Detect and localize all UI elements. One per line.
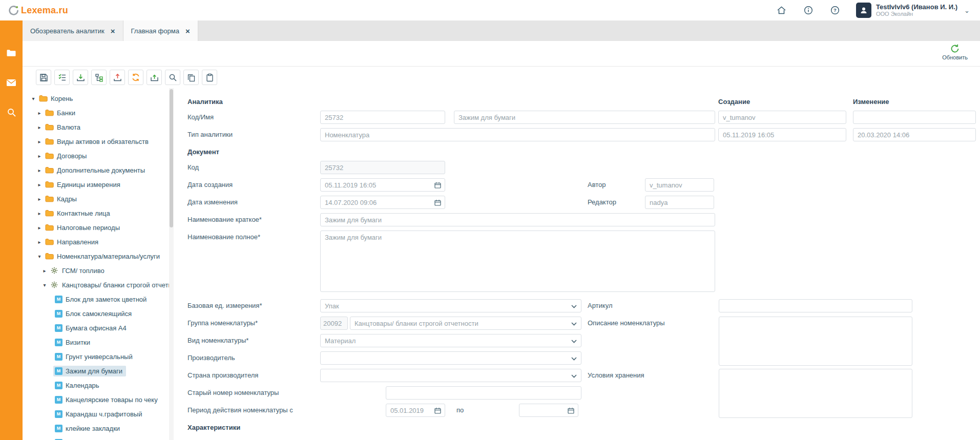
tree-item[interactable]: ▸Направления — [23, 235, 174, 249]
modification-date-input[interactable] — [853, 128, 976, 141]
tree-scrollbar[interactable] — [169, 88, 174, 440]
tree-item[interactable]: ▾Номенклатура/материалы/услуги — [23, 249, 174, 263]
copy-button[interactable] — [183, 70, 199, 85]
tree-item[interactable]: MКанцелярские товары по чеку — [23, 392, 174, 407]
expand-arrow-icon[interactable]: ▸ — [36, 124, 43, 130]
period-to-input[interactable] — [519, 404, 578, 417]
old-number-input[interactable] — [386, 386, 581, 400]
tree-item-label: Канцелярские товары по чеку — [66, 396, 158, 404]
name-input[interactable] — [454, 111, 715, 124]
full-name-textarea[interactable]: Зажим для бумаги — [320, 231, 715, 292]
creation-date-input[interactable] — [718, 128, 846, 141]
paste-icon — [205, 73, 214, 82]
upload-button[interactable] — [147, 70, 162, 85]
short-name-input[interactable] — [320, 213, 715, 226]
group-code-input[interactable] — [320, 317, 348, 330]
tab-main-form[interactable]: Главная форма × — [123, 20, 198, 41]
expand-arrow-icon[interactable]: ▸ — [36, 167, 43, 173]
logo[interactable]: Lexema.ru — [8, 5, 68, 16]
folder-icon[interactable] — [5, 46, 18, 59]
tree-item[interactable]: MГрунт универсальный — [23, 349, 174, 364]
paste-button[interactable] — [202, 70, 217, 85]
chevron-down-icon[interactable]: ⌄ — [964, 7, 970, 14]
folder-icon — [45, 166, 54, 174]
close-icon[interactable]: × — [185, 27, 190, 35]
select-value: Материал — [325, 337, 356, 345]
kind-select[interactable]: Материал — [320, 334, 581, 347]
calendar-icon[interactable] — [434, 407, 441, 414]
tree-item[interactable]: MВизитки — [23, 335, 174, 349]
tree-item[interactable]: ▸Единицы измерения — [23, 177, 174, 192]
collapse-arrow-icon[interactable]: ▾ — [41, 282, 48, 288]
analytics-type-input[interactable] — [320, 128, 715, 141]
tree-item[interactable]: ▸Кадры — [23, 192, 174, 206]
expand-arrow-icon[interactable]: ▸ — [36, 139, 43, 144]
calendar-icon[interactable] — [568, 407, 574, 414]
tree-item[interactable]: ▾Корень — [23, 91, 174, 106]
creation-user-input[interactable] — [718, 111, 846, 124]
row-date-modified: Дата изменения 14.07.2020 09:06 Редактор — [187, 194, 980, 211]
expand-arrow-icon[interactable]: ▸ — [41, 268, 48, 274]
tree-structure-button[interactable] — [91, 70, 107, 85]
tree-item[interactable]: ▾Канцтовары/ бланки строгой отчетности — [23, 278, 174, 292]
description-textarea[interactable] — [719, 317, 912, 366]
tree-item[interactable]: ▸Виды активов и обязательств — [23, 134, 174, 149]
close-icon[interactable]: × — [111, 27, 115, 35]
tree-item[interactable]: ▸ГСМ/ топливо — [23, 263, 174, 278]
tree-item[interactable]: ▸Валюта — [23, 120, 174, 134]
code-input[interactable] — [320, 111, 445, 124]
expand-arrow-icon[interactable]: ▸ — [36, 239, 43, 245]
user-menu[interactable]: TestIvlvlv6 (Иванов И. И.) ООО Эколайн ⌄ — [856, 3, 970, 18]
save-button[interactable] — [36, 70, 51, 85]
collapse-arrow-icon[interactable]: ▾ — [36, 254, 43, 259]
expand-arrow-icon[interactable]: ▸ — [36, 211, 43, 216]
tree-item[interactable]: ▸Банки — [23, 106, 174, 120]
import-button[interactable] — [73, 70, 88, 85]
group-select[interactable]: Канцтовары/ бланки строгой отчетности — [350, 317, 581, 330]
info-icon[interactable] — [803, 5, 814, 16]
search-icon[interactable] — [5, 106, 18, 119]
manufacturer-select[interactable] — [320, 351, 581, 365]
expand-arrow-icon[interactable]: ▸ — [36, 110, 43, 116]
document-code-input[interactable] — [320, 161, 445, 174]
calendar-icon[interactable] — [434, 182, 441, 188]
search-button[interactable] — [165, 70, 180, 85]
tree-item[interactable]: MКарандаш ч.графитовый — [23, 407, 174, 421]
tree-item[interactable]: MКалендарь — [23, 378, 174, 392]
tree-item[interactable]: MКнижка трудовая — [23, 435, 174, 440]
sync-button[interactable] — [128, 70, 143, 85]
calendar-icon[interactable] — [434, 199, 441, 206]
expand-arrow-icon[interactable]: ▸ — [36, 196, 43, 202]
expand-arrow-icon[interactable]: ▸ — [36, 225, 43, 231]
tab-analytics-browser[interactable]: Обозреватель аналитик × — [23, 20, 123, 41]
date-modified-input[interactable]: 14.07.2020 09:06 — [320, 196, 445, 209]
modification-user-input[interactable] — [853, 111, 976, 124]
tree-item[interactable]: ▸Договоры — [23, 149, 174, 163]
tree-item[interactable]: Mклейкие закладки — [23, 421, 174, 435]
base-unit-select[interactable]: Упак — [320, 299, 581, 312]
country-select[interactable] — [320, 369, 581, 382]
expand-arrow-icon[interactable]: ▸ — [36, 153, 43, 159]
help-icon[interactable]: ? — [829, 5, 841, 16]
tree-item[interactable]: MБумага офисная А4 — [23, 321, 174, 335]
period-from-input[interactable]: 05.01.2019 — [386, 404, 445, 417]
home-icon[interactable] — [776, 5, 787, 16]
tree-item[interactable]: MЗажим для бумаги — [23, 364, 174, 378]
mail-icon[interactable] — [5, 76, 18, 89]
tree-item[interactable]: ▸Контактные лица — [23, 206, 174, 220]
date-created-input[interactable]: 05.11.2019 16:05 — [320, 178, 445, 192]
tree-item[interactable]: MБлок для заметок цветной — [23, 292, 174, 306]
article-input[interactable] — [719, 299, 912, 312]
tree-item[interactable]: ▸Налоговые периоды — [23, 220, 174, 235]
collapse-arrow-icon[interactable]: ▾ — [30, 96, 37, 101]
list-check-button[interactable] — [54, 70, 70, 85]
tree-item[interactable]: MБлок самоклеящийся — [23, 306, 174, 321]
export-button[interactable] — [110, 70, 125, 85]
refresh-button[interactable]: Обновить — [942, 44, 968, 60]
editor-input[interactable] — [645, 196, 714, 209]
scrollbar-thumb[interactable] — [170, 89, 173, 227]
author-input[interactable] — [645, 178, 714, 192]
storage-textarea[interactable] — [719, 369, 912, 418]
expand-arrow-icon[interactable]: ▸ — [36, 182, 43, 187]
tree-item[interactable]: ▸Дополнительные документы — [23, 163, 174, 177]
